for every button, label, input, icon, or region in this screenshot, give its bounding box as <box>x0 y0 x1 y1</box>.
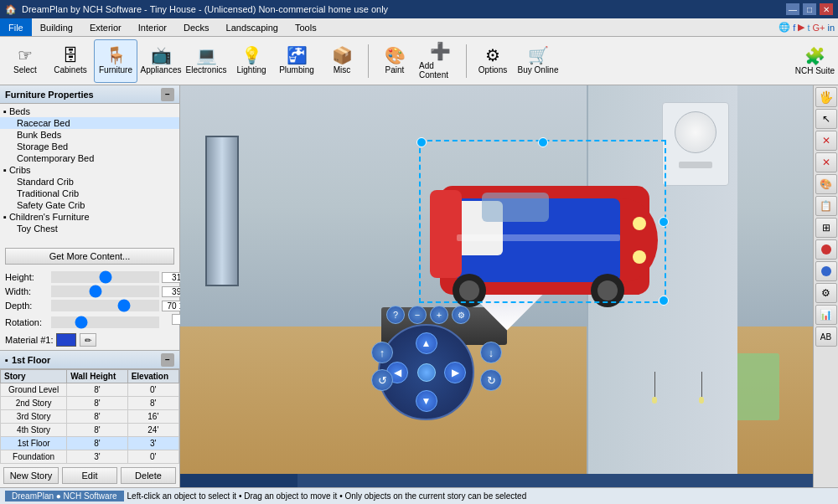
light-bulb-1 <box>652 397 657 404</box>
left-panel: Furniture Properties − ▪ Beds Racecar Be… <box>0 85 180 487</box>
right-tool-dot-red[interactable] <box>815 239 837 260</box>
floor-elev-1st: 3' <box>127 437 178 450</box>
menu-building[interactable]: Building <box>32 18 81 36</box>
floor-panel-collapse[interactable]: − <box>161 353 174 367</box>
floor-elev-2nd: 8' <box>127 397 178 410</box>
nav-settings-button[interactable]: ⚙ <box>452 306 470 324</box>
right-tool-settings[interactable]: ⚙ <box>815 283 837 303</box>
nav-tilt-up-button[interactable]: ↑ <box>371 342 393 363</box>
furniture-properties-header: Furniture Properties − <box>0 85 179 104</box>
menu-file[interactable]: File <box>0 18 32 36</box>
nav-down-button[interactable]: ▼ <box>416 390 437 412</box>
nav-plus-button[interactable]: + <box>430 306 448 324</box>
toolbar-lighting[interactable]: 💡 Lighting <box>230 39 273 83</box>
floor-wh-ground: 8' <box>67 383 127 397</box>
floor-row-1st[interactable]: 1st Floor 8' 3' <box>1 437 179 450</box>
get-more-content-button[interactable]: Get More Content... <box>5 248 174 265</box>
toolbar-buy-online[interactable]: 🛒 Buy Online <box>516 39 560 83</box>
tree-item-safety-gate-crib[interactable]: Safety Gate Crib <box>0 199 179 211</box>
floor-elev-ground: 0' <box>127 383 178 397</box>
depth-slider[interactable] <box>51 300 159 311</box>
right-tool-layers[interactable]: 📋 <box>815 196 837 216</box>
rotation-slider[interactable] <box>51 316 159 328</box>
right-tool-hand[interactable]: 🖐 <box>815 87 837 107</box>
floor-name-4th: 4th Story <box>1 424 67 437</box>
floor-row-2nd[interactable]: 2nd Story 8' 8' <box>1 397 179 410</box>
right-tool-chart[interactable]: 📊 <box>815 305 837 325</box>
right-tool-close[interactable]: ✕ <box>815 131 837 151</box>
floor-wh-3rd: 8' <box>67 410 127 424</box>
tree-item-bunk-beds[interactable]: Bunk Beds <box>0 129 179 141</box>
height-row: Height: <box>5 271 174 283</box>
menu-interior[interactable]: Interior <box>130 18 175 36</box>
lighting-label: Lighting <box>236 65 266 75</box>
tree-item-storage-bed[interactable]: Storage Bed <box>0 141 179 152</box>
statusbar: DreamPlan ● NCH Software Left-click an o… <box>0 487 838 504</box>
tree-item-contemporary-bed[interactable]: Contemporary Bed <box>0 152 179 164</box>
col-wall-height: Wall Height <box>67 370 127 383</box>
collapse-icon-beds: ▪ <box>3 106 7 116</box>
right-tool-cursor[interactable]: ↖ <box>815 109 837 129</box>
toilet <box>675 111 716 153</box>
floor-row-ground[interactable]: Ground Level 8' 0' <box>1 383 179 397</box>
menu-decks[interactable]: Decks <box>175 18 218 36</box>
options-icon: ⚙ <box>485 47 500 64</box>
nav-help-button[interactable]: ? <box>386 306 405 324</box>
right-tool-hash[interactable]: AB <box>815 327 837 347</box>
toolbar-paint[interactable]: 🎨 Paint <box>373 39 416 83</box>
toolbar-furniture[interactable]: 🪑 Furniture <box>94 39 137 83</box>
tree-group-childrens[interactable]: ▪ Children's Furniture <box>0 211 179 223</box>
tree-group-beds[interactable]: ▪ Beds <box>0 105 179 117</box>
nav-minus-button[interactable]: − <box>408 306 427 324</box>
floor-row-foundation[interactable]: Foundation 3' 0' <box>1 450 179 464</box>
toolbar-options[interactable]: ⚙ Options <box>471 39 515 83</box>
width-slider[interactable] <box>51 285 159 297</box>
right-tool-dot-blue[interactable] <box>815 261 837 281</box>
right-tool-grid[interactable]: ⊞ <box>815 218 837 238</box>
paint-label: Paint <box>385 65 405 75</box>
right-tool-paint[interactable]: 🎨 <box>815 174 837 194</box>
right-tool-x2[interactable]: ✕ <box>815 152 837 172</box>
material-color-swatch[interactable] <box>56 333 76 347</box>
toolbar-cabinets[interactable]: 🗄 Cabinets <box>49 39 92 83</box>
toolbar-electronics[interactable]: 💻 Electronics <box>184 39 228 83</box>
tree-item-standard-crib[interactable]: Standard Crib <box>0 176 179 188</box>
height-slider[interactable] <box>51 271 159 283</box>
nav-tilt-down-button[interactable]: ↓ <box>480 342 502 363</box>
toolbar-add-content[interactable]: ➕ Add Content <box>418 39 462 83</box>
floor-wh-foundation: 3' <box>67 450 127 464</box>
furniture-properties-collapse[interactable]: − <box>161 88 174 101</box>
nav-right-button[interactable]: ▶ <box>444 362 466 383</box>
delete-floor-button[interactable]: Delete <box>121 467 176 484</box>
height-label: Height: <box>5 272 49 282</box>
tree-item-traditional-crib[interactable]: Traditional Crib <box>0 188 179 199</box>
material-row: Material #1: ✏ <box>5 333 174 347</box>
nav-rotate-ccw-button[interactable]: ↺ <box>371 369 393 391</box>
close-button[interactable]: ✕ <box>820 3 833 15</box>
floor-row-3rd[interactable]: 3rd Story 8' 16' <box>1 410 179 424</box>
toolbar-select[interactable]: ☞ Select <box>3 39 47 83</box>
edit-floor-button[interactable]: Edit <box>62 467 117 484</box>
nav-rotate-cw-button[interactable]: ↻ <box>480 369 502 391</box>
minimize-button[interactable]: — <box>786 3 799 15</box>
floor-row-4th[interactable]: 4th Story 8' 24' <box>1 424 179 437</box>
nav-center[interactable] <box>417 363 436 382</box>
tree-item-racecar-bed[interactable]: Racecar Bed <box>0 117 179 129</box>
furniture-tree[interactable]: ▪ Beds Racecar Bed Bunk Beds Storage Bed… <box>0 104 179 244</box>
tree-item-toy-chest[interactable]: Toy Chest <box>0 223 179 234</box>
toolbar-plumbing[interactable]: 🚰 Plumbing <box>275 39 318 83</box>
menu-exterior[interactable]: Exterior <box>81 18 130 36</box>
title-controls[interactable]: — □ ✕ <box>786 3 833 15</box>
plumbing-label: Plumbing <box>279 65 314 75</box>
tree-group-cribs[interactable]: ▪ Cribs <box>0 164 179 176</box>
nch-suite-button[interactable]: 🧩 NCH Suite <box>795 46 835 75</box>
nav-compass: ▲ ▼ ◀ ▶ <box>378 324 474 420</box>
new-story-button[interactable]: New Story <box>3 467 59 484</box>
menu-landscaping[interactable]: Landscaping <box>218 18 287 36</box>
material-edit-button[interactable]: ✏ <box>80 333 96 347</box>
toolbar-appliances[interactable]: 📺 Appliances <box>139 39 183 83</box>
menu-tools[interactable]: Tools <box>287 18 325 36</box>
toolbar-misc[interactable]: 📦 Misc <box>320 39 364 83</box>
nav-up-button[interactable]: ▲ <box>416 332 437 354</box>
maximize-button[interactable]: □ <box>803 3 816 15</box>
